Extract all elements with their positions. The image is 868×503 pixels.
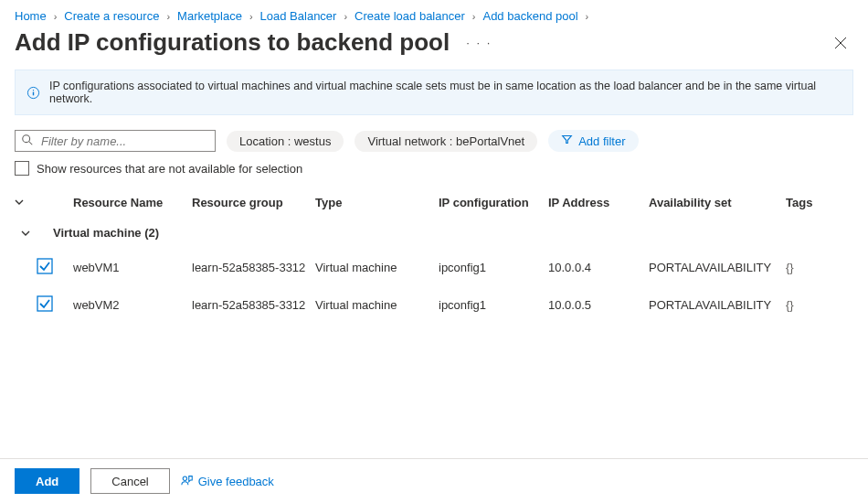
- svg-rect-9: [37, 296, 52, 311]
- filter-toolbar: Location : westus Virtual network : bePo…: [0, 130, 868, 161]
- svg-marker-7: [563, 135, 572, 143]
- group-label: Virtual machine (2): [53, 226, 159, 240]
- info-message: IP configurations associated to virtual …: [49, 80, 842, 105]
- more-actions-button[interactable]: · · ·: [460, 36, 497, 49]
- show-unavailable-label: Show resources that are not available fo…: [37, 162, 302, 176]
- cell-ip-address: 10.0.0.5: [548, 298, 649, 312]
- group-row-virtual-machine: Virtual machine (2): [15, 217, 853, 249]
- search-input[interactable]: [39, 134, 209, 149]
- svg-point-5: [23, 134, 30, 142]
- cell-type: Virtual machine: [315, 298, 439, 312]
- col-tags[interactable]: Tags: [786, 196, 822, 209]
- chevron-right-icon: ›: [164, 11, 172, 22]
- show-unavailable-row: Show resources that are not available fo…: [0, 161, 868, 188]
- show-unavailable-checkbox[interactable]: [15, 161, 29, 176]
- chevron-right-icon: ›: [248, 11, 255, 22]
- breadcrumb-add-backend-pool[interactable]: Add backend pool: [482, 9, 577, 23]
- group-expander[interactable]: [15, 229, 37, 238]
- info-icon: [26, 86, 40, 100]
- chevron-right-icon: ›: [52, 11, 59, 22]
- col-ip-address[interactable]: IP Address: [548, 196, 649, 209]
- info-banner: IP configurations associated to virtual …: [15, 70, 853, 115]
- give-feedback-link[interactable]: Give feedback: [181, 474, 274, 489]
- cell-ip-config: ipconfig1: [439, 298, 548, 312]
- cell-ip-address: 10.0.0.4: [548, 261, 649, 274]
- checkbox-checked-icon: [37, 258, 53, 277]
- close-button[interactable]: [828, 30, 853, 56]
- row-checkbox[interactable]: [37, 258, 73, 277]
- cell-resource-name: webVM2: [73, 298, 192, 312]
- chevron-right-icon: ›: [471, 11, 478, 22]
- svg-point-4: [33, 90, 34, 91]
- breadcrumb-create-lb[interactable]: Create load balancer: [355, 9, 465, 23]
- table-row[interactable]: webVM2 learn-52a58385-3312 Virtual machi…: [15, 286, 853, 324]
- breadcrumb-home[interactable]: Home: [15, 9, 47, 23]
- cell-resource-group: learn-52a58385-3312: [192, 261, 315, 274]
- footer-bar: Add Cancel Give feedback: [0, 458, 868, 503]
- page-root: Home › Create a resource › Marketplace ›…: [0, 0, 868, 503]
- cancel-button[interactable]: Cancel: [90, 468, 169, 494]
- chevron-right-icon: ›: [584, 11, 591, 22]
- give-feedback-label: Give feedback: [198, 475, 274, 488]
- cell-ip-config: ipconfig1: [439, 261, 548, 274]
- grid-header-row: Resource Name Resource group Type IP con…: [15, 188, 853, 217]
- col-resource-group[interactable]: Resource group: [192, 196, 315, 209]
- breadcrumb-load-balancer[interactable]: Load Balancer: [260, 9, 337, 23]
- cell-resource-name: webVM1: [73, 261, 192, 274]
- cell-tags: {}: [786, 261, 822, 274]
- header-expander[interactable]: [15, 196, 37, 209]
- cell-tags: {}: [786, 298, 822, 312]
- col-resource-name[interactable]: Resource Name: [73, 196, 192, 209]
- page-header: Add IP configurations to backend pool · …: [0, 28, 868, 70]
- svg-rect-8: [37, 259, 52, 273]
- breadcrumb-marketplace[interactable]: Marketplace: [177, 9, 242, 23]
- vnet-filter-pill[interactable]: Virtual network : bePortalVnet: [355, 131, 537, 152]
- filter-icon: [561, 134, 573, 148]
- search-icon: [21, 134, 39, 149]
- col-ip-config[interactable]: IP configuration: [439, 196, 548, 209]
- breadcrumb-create-resource[interactable]: Create a resource: [64, 9, 159, 23]
- filter-by-name-input[interactable]: [15, 130, 216, 152]
- results-grid: Resource Name Resource group Type IP con…: [0, 188, 868, 458]
- row-checkbox[interactable]: [37, 295, 73, 315]
- close-icon: [833, 36, 848, 50]
- col-type[interactable]: Type: [315, 196, 439, 209]
- cell-availability-set: PORTALAVAILABILITY: [649, 261, 786, 274]
- add-filter-button[interactable]: Add filter: [548, 130, 638, 152]
- svg-line-6: [29, 141, 33, 144]
- location-filter-pill[interactable]: Location : westus: [227, 131, 344, 152]
- chevron-right-icon: ›: [342, 11, 349, 22]
- svg-point-10: [183, 476, 186, 480]
- cell-type: Virtual machine: [315, 261, 439, 274]
- checkbox-checked-icon: [37, 295, 53, 315]
- add-filter-label: Add filter: [578, 134, 625, 148]
- feedback-icon: [181, 474, 194, 489]
- breadcrumb: Home › Create a resource › Marketplace ›…: [0, 0, 868, 28]
- table-row[interactable]: webVM1 learn-52a58385-3312 Virtual machi…: [15, 249, 853, 286]
- cell-availability-set: PORTALAVAILABILITY: [649, 298, 786, 312]
- col-availability-set[interactable]: Availability set: [649, 196, 786, 209]
- cell-resource-group: learn-52a58385-3312: [192, 298, 315, 312]
- page-title: Add IP configurations to backend pool: [15, 28, 450, 57]
- add-button[interactable]: Add: [15, 468, 79, 494]
